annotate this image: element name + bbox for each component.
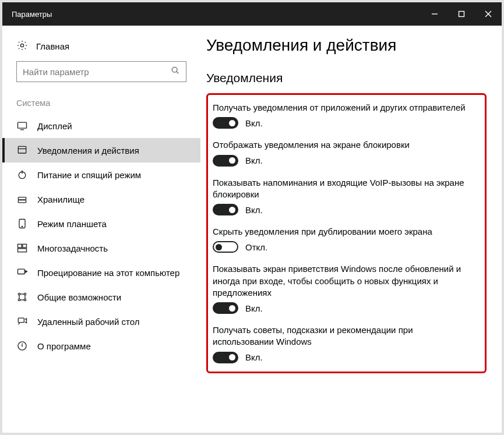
svg-point-23 bbox=[24, 293, 26, 295]
svg-rect-13 bbox=[18, 197, 26, 200]
setting-4: Показывать экран приветствия Windows пос… bbox=[213, 263, 474, 314]
minimize-button[interactable] bbox=[421, 2, 448, 26]
svg-rect-20 bbox=[18, 269, 25, 274]
svg-point-32 bbox=[22, 346, 23, 346]
remote-desktop-icon bbox=[16, 316, 28, 327]
titlebar: Параметры bbox=[2, 2, 502, 26]
svg-rect-14 bbox=[18, 200, 26, 203]
sidebar-item-1[interactable]: Уведомления и действия bbox=[2, 138, 200, 162]
page-title: Уведомления и действия bbox=[206, 36, 487, 55]
sidebar-item-9[interactable]: О программе bbox=[2, 334, 200, 358]
setting-3: Скрыть уведомления при дублировании моег… bbox=[213, 226, 474, 253]
toggle-state-label: Вкл. bbox=[245, 118, 263, 128]
sidebar-item-0[interactable]: Дисплей bbox=[2, 114, 200, 138]
sidebar-item-label: Хранилище bbox=[37, 194, 186, 204]
search-input[interactable] bbox=[23, 67, 171, 77]
toggle-switch[interactable] bbox=[213, 204, 238, 215]
sidebar-item-3[interactable]: Хранилище bbox=[2, 187, 200, 211]
power-icon bbox=[16, 169, 28, 181]
projecting-icon bbox=[16, 267, 28, 278]
setting-description: Получать советы, подсказки и рекомендаци… bbox=[213, 324, 474, 348]
svg-rect-17 bbox=[18, 244, 22, 247]
sidebar-item-8[interactable]: Удаленный рабочий стол bbox=[2, 309, 200, 334]
sidebar-item-7[interactable]: Общие возможности bbox=[2, 285, 200, 309]
maximize-button[interactable] bbox=[448, 2, 475, 26]
toggle-switch[interactable] bbox=[213, 155, 238, 167]
toggle-state-label: Откл. bbox=[245, 242, 267, 252]
about-icon bbox=[16, 340, 28, 352]
toggle-switch[interactable] bbox=[213, 302, 238, 314]
section-label: Система bbox=[2, 95, 200, 114]
svg-rect-7 bbox=[18, 122, 27, 128]
sidebar-item-label: Питание и спящий режим bbox=[37, 170, 186, 180]
setting-description: Скрыть уведомления при дублировании моег… bbox=[213, 226, 474, 238]
notifications-icon bbox=[16, 144, 28, 156]
toggle-state-label: Вкл. bbox=[245, 205, 263, 215]
toggle-state-label: Вкл. bbox=[245, 155, 263, 165]
svg-point-5 bbox=[172, 67, 177, 72]
settings-highlight-box: Получать уведомления от приложений и дру… bbox=[206, 93, 487, 373]
setting-description: Отображать уведомления на экране блокиро… bbox=[213, 139, 474, 151]
sidebar-item-label: Удаленный рабочий стол bbox=[37, 317, 186, 327]
svg-point-4 bbox=[20, 44, 23, 47]
display-icon bbox=[16, 120, 28, 132]
sidebar-item-label: Многозадачность bbox=[37, 243, 186, 253]
sidebar-item-2[interactable]: Питание и спящий режим bbox=[2, 162, 200, 187]
toggle-switch[interactable] bbox=[213, 117, 238, 129]
content-area: Главная Система ДисплейУведомления и дей… bbox=[2, 26, 502, 433]
svg-point-21 bbox=[18, 293, 20, 295]
section-title: Уведомления bbox=[206, 71, 487, 85]
sidebar-item-label: Проецирование на этот компьютер bbox=[37, 268, 186, 278]
svg-rect-9 bbox=[18, 146, 26, 153]
search-icon bbox=[171, 66, 180, 77]
svg-line-6 bbox=[177, 72, 178, 73]
svg-rect-18 bbox=[23, 244, 27, 247]
setting-1: Отображать уведомления на экране блокиро… bbox=[213, 139, 474, 166]
sidebar-item-label: Уведомления и действия bbox=[37, 146, 186, 155]
svg-rect-1 bbox=[459, 12, 464, 17]
sidebar-item-label: Общие возможности bbox=[37, 292, 186, 302]
toggle-state-label: Вкл. bbox=[245, 352, 263, 362]
sidebar: Главная Система ДисплейУведомления и дей… bbox=[2, 26, 200, 433]
svg-point-24 bbox=[18, 299, 20, 300]
setting-5: Получать советы, подсказки и рекомендаци… bbox=[213, 324, 474, 363]
window-title: Параметры bbox=[12, 10, 421, 19]
svg-rect-19 bbox=[18, 249, 27, 252]
tablet-icon bbox=[16, 218, 28, 229]
svg-point-22 bbox=[24, 299, 26, 300]
window-frame: Параметры Главная Система ДисплейУведомл… bbox=[0, 0, 504, 435]
sidebar-item-label: О программе bbox=[37, 341, 186, 351]
search-box[interactable] bbox=[16, 61, 186, 82]
svg-line-30 bbox=[18, 323, 19, 325]
storage-icon bbox=[16, 193, 28, 205]
sidebar-item-6[interactable]: Проецирование на этот компьютер bbox=[2, 260, 200, 285]
sidebar-item-4[interactable]: Режим планшета bbox=[2, 211, 200, 236]
setting-description: Получать уведомления от приложений и дру… bbox=[213, 102, 474, 114]
sidebar-item-label: Дисплей bbox=[37, 121, 186, 131]
home-link[interactable]: Главная bbox=[2, 36, 200, 61]
main-panel: Уведомления и действия Уведомления Получ… bbox=[200, 26, 502, 433]
sidebar-item-label: Режим планшета bbox=[37, 219, 186, 229]
setting-2: Показывать напоминания и входящие VoIP-в… bbox=[213, 177, 474, 216]
gear-icon bbox=[16, 40, 28, 53]
shared-icon bbox=[16, 291, 28, 303]
multitasking-icon bbox=[16, 242, 28, 254]
toggle-state-label: Вкл. bbox=[245, 303, 263, 313]
setting-description: Показывать напоминания и входящие VoIP-в… bbox=[213, 177, 474, 201]
svg-rect-29 bbox=[18, 318, 24, 323]
home-label: Главная bbox=[36, 41, 69, 51]
close-button[interactable] bbox=[475, 2, 502, 26]
setting-0: Получать уведомления от приложений и дру… bbox=[213, 102, 474, 129]
setting-description: Показывать экран приветствия Windows пос… bbox=[213, 263, 474, 299]
toggle-switch[interactable] bbox=[213, 241, 238, 253]
sidebar-item-5[interactable]: Многозадачность bbox=[2, 236, 200, 260]
toggle-switch[interactable] bbox=[213, 352, 238, 363]
svg-point-16 bbox=[22, 226, 22, 227]
